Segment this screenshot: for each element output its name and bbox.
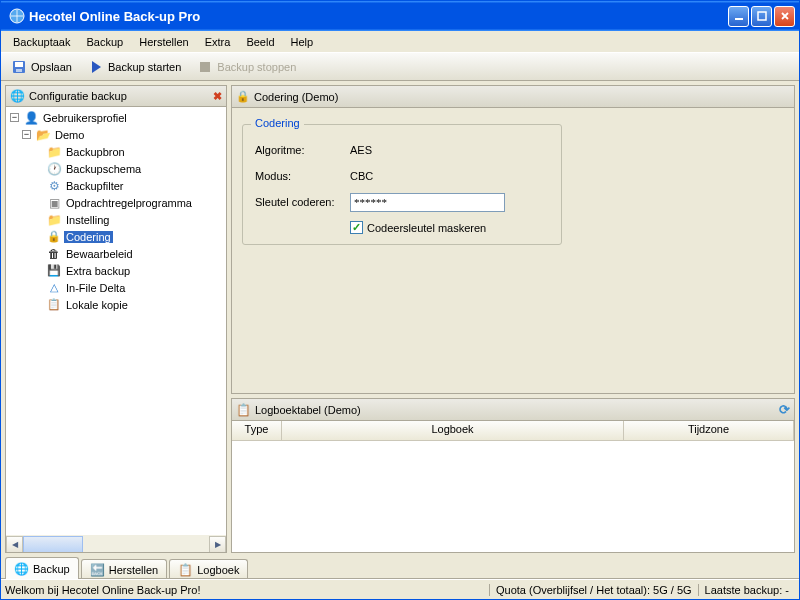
close-button[interactable] xyxy=(774,6,795,27)
svg-rect-6 xyxy=(200,62,210,72)
key-label: Sleutel coderen: xyxy=(255,196,350,208)
coding-panel-body: Codering Algoritme: AES Modus: CBC Sleut… xyxy=(232,108,794,393)
algorithm-label: Algoritme: xyxy=(255,144,350,156)
trash-icon xyxy=(46,246,62,262)
menu-help[interactable]: Help xyxy=(283,34,322,50)
tree-panel: − Gebruikersprofiel − Demo Backupbron Ba… xyxy=(5,107,227,553)
coding-panel: Codering (Demo) Codering Algoritme: AES … xyxy=(231,85,795,394)
maximize-button[interactable] xyxy=(751,6,772,27)
key-input[interactable] xyxy=(350,193,505,212)
status-last-backup: Laatste backup: - xyxy=(698,584,795,596)
svg-rect-2 xyxy=(758,12,766,20)
tree-node-bewaarbeleid[interactable]: Bewaarbeleid xyxy=(8,245,224,262)
tree-node-backupschema[interactable]: Backupschema xyxy=(8,160,224,177)
mask-checkbox[interactable]: ✓ xyxy=(350,221,363,234)
user-icon xyxy=(23,110,39,126)
toolbar: Opslaan Backup starten Backup stoppen xyxy=(1,53,799,81)
tree-label: Instelling xyxy=(64,214,111,226)
bottom-tabbar: Backup Herstellen Logboek xyxy=(1,557,799,579)
refresh-icon[interactable] xyxy=(779,402,790,417)
menu-herstellen[interactable]: Herstellen xyxy=(131,34,197,50)
scroll-track[interactable] xyxy=(23,536,209,553)
log-table-header: Type Logboek Tijdzone xyxy=(232,421,794,441)
tree-node-user-profile[interactable]: − Gebruikersprofiel xyxy=(8,109,224,126)
folder-open-icon xyxy=(35,127,51,143)
collapse-icon[interactable]: − xyxy=(10,113,19,122)
tab-logboek[interactable]: Logboek xyxy=(169,559,248,579)
sidebar-header: Configuratie backup xyxy=(5,85,227,107)
tree-node-instelling[interactable]: Instelling xyxy=(8,211,224,228)
row-key: Sleutel coderen: xyxy=(255,191,549,213)
col-tijdzone[interactable]: Tijdzone xyxy=(624,421,794,440)
restore-icon xyxy=(90,563,105,577)
row-mode: Modus: CBC xyxy=(255,165,549,187)
tab-label: Herstellen xyxy=(109,564,159,576)
delta-icon xyxy=(46,280,62,296)
statusbar: Welkom bij Hecotel Online Back-up Pro! Q… xyxy=(1,579,799,599)
tree-label: Lokale kopie xyxy=(64,299,130,311)
play-icon xyxy=(88,59,104,75)
stop-backup-label: Backup stoppen xyxy=(217,61,296,73)
menu-beeld[interactable]: Beeld xyxy=(238,34,282,50)
menubar: Backuptaak Backup Herstellen Extra Beeld… xyxy=(1,31,799,53)
tab-label: Backup xyxy=(33,563,70,575)
tree-node-cmdline[interactable]: Opdrachtregelprogramma xyxy=(8,194,224,211)
tab-herstellen[interactable]: Herstellen xyxy=(81,559,168,579)
filter-icon xyxy=(46,178,62,194)
tape-icon xyxy=(46,263,62,279)
row-algorithm: Algoritme: AES xyxy=(255,139,549,161)
tree-label: Backupfilter xyxy=(64,180,125,192)
menu-extra[interactable]: Extra xyxy=(197,34,239,50)
tree-node-lokale-kopie[interactable]: Lokale kopie xyxy=(8,296,224,313)
tab-backup[interactable]: Backup xyxy=(5,557,79,579)
coding-panel-title: Codering (Demo) xyxy=(254,91,338,103)
tree-node-infile-delta[interactable]: In-File Delta xyxy=(8,279,224,296)
lock-icon xyxy=(46,229,62,245)
menu-backuptaak[interactable]: Backuptaak xyxy=(5,34,78,50)
globe-icon xyxy=(14,562,29,576)
tree-label: Demo xyxy=(53,129,86,141)
row-mask: ✓ Codeersleutel maskeren xyxy=(255,221,549,234)
cmd-icon xyxy=(46,195,62,211)
folder-icon xyxy=(46,144,62,160)
tree-node-backupbron[interactable]: Backupbron xyxy=(8,143,224,160)
sidebar-title: Configuratie backup xyxy=(29,90,127,102)
scroll-thumb[interactable] xyxy=(23,536,83,553)
tree-node-codering[interactable]: Codering xyxy=(8,228,224,245)
tree-node-extra-backup[interactable]: Extra backup xyxy=(8,262,224,279)
log-panel-title: Logboektabel (Demo) xyxy=(255,404,361,416)
coding-panel-header: Codering (Demo) xyxy=(232,86,794,108)
col-logboek[interactable]: Logboek xyxy=(282,421,624,440)
collapse-icon[interactable]: − xyxy=(22,130,31,139)
tree-label: Extra backup xyxy=(64,265,132,277)
log-panel: Logboektabel (Demo) Type Logboek Tijdzon… xyxy=(231,398,795,553)
coding-groupbox: Codering Algoritme: AES Modus: CBC Sleut… xyxy=(242,124,562,245)
log-icon xyxy=(236,403,251,417)
start-backup-button[interactable]: Backup starten xyxy=(82,57,187,77)
tree-node-backupfilter[interactable]: Backupfilter xyxy=(8,177,224,194)
minimize-button[interactable] xyxy=(728,6,749,27)
save-button[interactable]: Opslaan xyxy=(5,57,78,77)
log-panel-header: Logboektabel (Demo) xyxy=(232,399,794,421)
tree-node-demo[interactable]: − Demo xyxy=(8,126,224,143)
copy-icon xyxy=(46,297,62,313)
mode-value: CBC xyxy=(350,170,373,182)
lock-icon xyxy=(236,90,250,103)
tree-label: Backupbron xyxy=(64,146,127,158)
status-welcome: Welkom bij Hecotel Online Back-up Pro! xyxy=(5,584,489,596)
scroll-right-button[interactable]: ▶ xyxy=(209,536,226,553)
tree-label: Opdrachtregelprogramma xyxy=(64,197,194,209)
status-quota: Quota (Overblijfsel / Het totaal): 5G / … xyxy=(489,584,698,596)
scroll-left-button[interactable]: ◀ xyxy=(6,536,23,553)
mask-label: Codeersleutel maskeren xyxy=(367,222,486,234)
menu-backup[interactable]: Backup xyxy=(78,34,131,50)
mode-label: Modus: xyxy=(255,170,350,182)
app-window: Hecotel Online Back-up Pro Backuptaak Ba… xyxy=(0,0,800,600)
config-tree[interactable]: − Gebruikersprofiel − Demo Backupbron Ba… xyxy=(6,107,226,315)
content-area: Configuratie backup − Gebruikersprofiel … xyxy=(1,81,799,557)
delete-icon[interactable] xyxy=(213,90,222,103)
horizontal-scrollbar[interactable]: ◀ ▶ xyxy=(6,535,226,552)
svg-rect-1 xyxy=(735,18,743,20)
col-type[interactable]: Type xyxy=(232,421,282,440)
log-table-body xyxy=(232,441,794,552)
